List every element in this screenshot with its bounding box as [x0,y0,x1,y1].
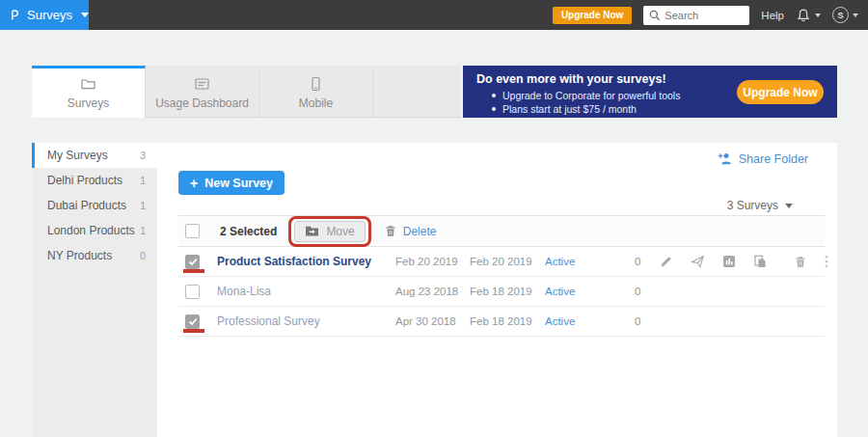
notifications-menu[interactable] [796,8,821,23]
banner-upgrade-button[interactable]: Upgrade Now [737,80,824,104]
survey-name-link[interactable]: Professional Survey [217,314,395,328]
banner-title: Do even more with your surveys! [476,72,666,86]
move-label: Move [326,225,354,238]
tab-label: Mobile [299,96,333,110]
tab-mobile[interactable]: Mobile [259,66,373,118]
delete-button[interactable]: Delete [384,224,437,238]
row-checkbox-cell [178,277,217,306]
send-icon[interactable] [691,255,705,268]
select-all-checkbox[interactable] [185,224,200,238]
row-checkbox-cell [178,247,217,276]
section-tabs: Surveys Usage Dashboard Mobile [32,66,461,118]
created-date: Aug 23 2018 [395,286,470,297]
table-row: Mona-Lisa Aug 23 2018 Feb 18 2019 Active… [178,277,825,307]
share-folder-link[interactable]: Share Folder [718,151,808,166]
topbar: Surveys Upgrade Now Help S [0,0,868,30]
page: Surveys Upgrade Now Help S Surveys [0,0,868,437]
caret-down-icon [81,13,89,17]
folder-label: My Surveys [47,149,108,162]
modified-date: Feb 18 2019 [470,286,545,297]
folder-label: Delhi Products [47,174,122,187]
plus-icon: + [190,176,198,191]
tab-usage-dashboard[interactable]: Usage Dashboard [146,66,259,118]
tab-label: Usage Dashboard [155,96,249,110]
search-icon [649,10,661,21]
share-folder-label: Share Folder [739,152,808,166]
banner-bullet: Plans start at just $75 / month [492,102,680,116]
table-row: Professional Survey Apr 30 2018 Feb 18 2… [178,307,825,337]
reports-icon[interactable] [722,255,736,268]
row-checkbox[interactable] [185,314,200,329]
modified-date: Feb 18 2019 [470,315,545,327]
caret-down-icon [815,14,821,17]
tab-strip-filler [373,66,461,117]
bell-icon [796,8,811,23]
tab-label: Surveys [68,96,109,110]
folder-count: 1 [140,225,146,236]
created-date: Feb 20 2019 [395,256,470,267]
sidebar-item-ny-products[interactable]: NY Products 0 [32,243,157,268]
upgrade-now-button[interactable]: Upgrade Now [553,7,632,24]
folder-label: London Products [47,224,135,237]
move-button[interactable]: Move [294,221,365,242]
surveys-table: 2 Selected Move Delete Pro [178,215,825,337]
more-icon[interactable] [825,255,828,268]
annotation-highlight-box: Move [288,216,370,247]
search-box[interactable] [643,6,749,25]
surveys-count-dropdown[interactable]: 3 Surveys [727,199,793,212]
new-survey-button[interactable]: + New Survey [178,171,285,195]
mobile-icon [308,76,324,92]
tab-surveys[interactable]: Surveys [32,66,146,118]
dashboard-icon [194,76,210,92]
folder-label: Dubai Products [47,199,126,212]
survey-name-link[interactable]: Mona-Lisa [217,285,395,298]
selected-count-label: 2 Selected [220,225,277,238]
created-date: Apr 30 2018 [395,315,470,327]
responses-count: 0 [622,315,656,327]
status-label[interactable]: Active [545,256,622,267]
main-panel: Share Folder + New Survey 3 Surveys 2 Se… [157,143,837,437]
folder-icon [80,76,96,92]
table-row: Product Satisfaction Survey Feb 20 2019 … [178,247,825,277]
row-checkbox[interactable] [185,255,200,269]
edit-icon[interactable] [660,255,673,268]
folders-sidebar: My Surveys 3 Delhi Products 1 Dubai Prod… [32,143,157,437]
new-survey-label: New Survey [204,177,273,190]
caret-down-icon [853,14,858,17]
copy-icon[interactable] [753,255,767,268]
surveys-count-label: 3 Surveys [727,199,778,212]
status-label[interactable]: Active [545,315,622,327]
folder-count: 1 [140,200,146,211]
status-label[interactable]: Active [545,286,622,297]
trash-icon [384,224,397,238]
row-checkbox[interactable] [185,285,200,299]
sidebar-item-dubai-products[interactable]: Dubai Products 1 [32,193,157,218]
survey-name-link[interactable]: Product Satisfaction Survey [217,255,395,268]
share-person-icon [718,151,733,166]
sidebar-item-london-products[interactable]: London Products 1 [32,218,157,243]
annotation-underline [183,269,204,273]
topbar-right: Upgrade Now Help S [553,6,868,25]
product-switcher[interactable]: Surveys [0,0,89,30]
account-menu[interactable]: S [832,7,858,23]
annotation-underline [183,329,204,333]
product-menu-label: Surveys [27,8,72,22]
sidebar-item-delhi-products[interactable]: Delhi Products 1 [32,168,157,193]
banner-bullet: Upgrade to Corporate for powerful tools [492,89,680,102]
promo-banner: Do even more with your surveys! Upgrade … [463,66,837,118]
folder-count: 0 [140,250,146,261]
sidebar-item-my-surveys[interactable]: My Surveys 3 [32,143,157,168]
trash-icon[interactable] [794,255,807,269]
responses-count: 0 [622,256,656,267]
help-link[interactable]: Help [761,10,784,21]
row-actions [656,253,825,270]
avatar: S [832,7,849,23]
modified-date: Feb 20 2019 [470,256,545,267]
folder-count: 1 [140,175,146,186]
proprofs-logo-icon [11,7,18,23]
banner-bullets: Upgrade to Corporate for powerful tools … [492,89,680,116]
search-input[interactable] [665,10,742,21]
folder-label: NY Products [47,249,112,262]
row-checkbox-cell [178,307,217,336]
folder-count: 3 [140,150,146,161]
